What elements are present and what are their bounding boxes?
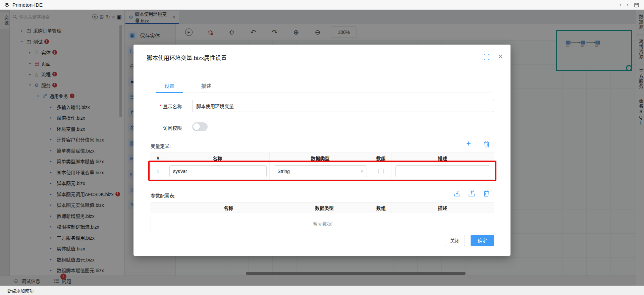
col-name: 名称 xyxy=(179,202,278,213)
col-description: 描述 xyxy=(391,153,494,163)
datatype-value: String xyxy=(277,169,290,174)
col-name: 名称 xyxy=(165,153,270,163)
col-datatype: 数据类型 xyxy=(278,202,371,213)
save-icon[interactable] xyxy=(634,2,639,8)
parameter-table-header: 名称 数据类型 数组 描述 xyxy=(151,202,494,213)
delete-variable-icon[interactable] xyxy=(484,141,490,148)
add-variable-icon[interactable]: + xyxy=(466,140,471,148)
variable-table: # 名称 数据类型 数组 描述 1 String ∨ xyxy=(151,153,494,180)
fullscreen-icon[interactable] xyxy=(484,54,489,60)
status-message: 断点添加成功 xyxy=(7,287,34,294)
col-array: 数组 xyxy=(371,153,391,163)
array-checkbox[interactable] xyxy=(378,169,384,174)
parameter-table-label: 参数配置表: xyxy=(151,192,175,199)
toggle-knob xyxy=(193,123,200,130)
chevron-down-icon: ∨ xyxy=(361,169,364,174)
app-logo xyxy=(4,2,10,8)
nav-back-icon[interactable]: ‹ xyxy=(620,2,622,8)
dialog-title: 脚本使用环境变量.bizx属性设置 xyxy=(147,53,227,62)
export-icon[interactable] xyxy=(468,190,475,197)
col-datatype: 数据类型 xyxy=(270,153,371,163)
variable-row: 1 String ∨ xyxy=(151,163,494,179)
variable-table-header: # 名称 数据类型 数组 描述 xyxy=(151,153,494,163)
access-permission-toggle[interactable] xyxy=(192,122,208,131)
dialog-close-icon[interactable]: ✕ xyxy=(498,53,503,60)
col-description: 描述 xyxy=(391,202,494,213)
import-icon[interactable] xyxy=(454,190,461,197)
variable-definition-label: 变量定义: xyxy=(151,142,171,149)
tab-description[interactable]: 描述 xyxy=(195,78,218,93)
properties-dialog: 脚本使用环境变量.bizx属性设置 ✕ 设置 描述 * 显示名称 访问权限 变量… xyxy=(133,45,511,256)
col-blank xyxy=(151,202,179,213)
datatype-select[interactable]: String ∨ xyxy=(274,165,367,177)
variable-desc-input[interactable] xyxy=(395,165,490,177)
title-bar: Primeton-IDE ‹ › xyxy=(0,0,644,10)
empty-placeholder: 暂无数据 xyxy=(151,213,494,234)
variable-name-input[interactable] xyxy=(169,165,267,177)
col-array: 数组 xyxy=(371,202,391,213)
tab-settings[interactable]: 设置 xyxy=(156,78,183,93)
status-bar: 断点添加成功 xyxy=(0,286,644,295)
dialog-tabs: 设置 描述 xyxy=(156,78,491,93)
close-button[interactable]: 关闭 xyxy=(445,235,465,246)
delete-parameter-icon[interactable] xyxy=(483,190,489,197)
col-index: # xyxy=(151,153,165,163)
confirm-button[interactable]: 确定 xyxy=(471,235,494,246)
parameter-table: 名称 数据类型 数组 描述 暂无数据 xyxy=(151,202,494,234)
app-title: Primeton-IDE xyxy=(12,2,43,8)
required-asterisk: * xyxy=(160,104,161,109)
window: Primeton-IDE ‹ › 资源 AI ⊞ ↻ ≡ ▣ xyxy=(0,0,644,295)
row-index: 1 xyxy=(151,163,165,179)
access-permission-label: 访问权限 xyxy=(163,124,182,131)
display-name-input[interactable] xyxy=(192,100,494,112)
nav-forward-icon[interactable]: › xyxy=(627,2,629,8)
display-name-label: 显示名称 xyxy=(163,103,182,110)
